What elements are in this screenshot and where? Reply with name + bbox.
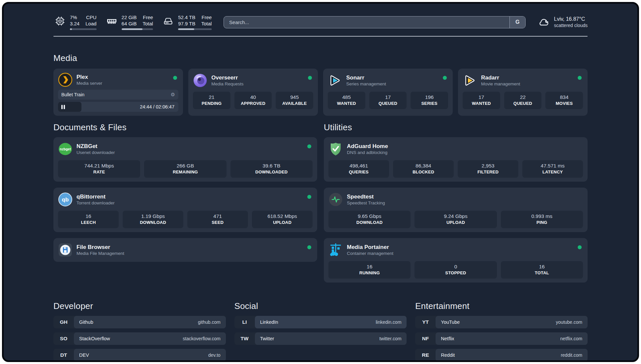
memory-total-value: 64 GiB [122,20,137,27]
stat-wanted: 17 WANTED [463,92,500,109]
memory-icon [105,15,118,28]
link-linkedin[interactable]: LI LinkedIn linkedin.com [234,316,407,328]
links-developer: Developer GH Github github.com SO StackO… [53,301,226,361]
link-url: linkedin.com [376,319,402,325]
link-reddit[interactable]: RE Reddit reddit.com [415,349,588,361]
stat-wanted: 485 WANTED [328,92,365,109]
app-subtitle: Movie management [481,81,520,87]
svg-text:qb: qb [62,197,69,203]
link-github[interactable]: GH Github github.com [53,316,226,328]
weather-widget: Lviv, 16.87°C scattered clouds [537,16,588,28]
now-playing-title: Bullet Train [61,92,171,97]
status-dot [307,195,311,199]
adguard-icon [328,142,343,156]
cpu-label: CPU [85,14,96,20]
app-subtitle: Media Requests [211,81,244,87]
stat-rate: 744.21 Mbps RATE [58,160,140,178]
link-abbr: LI [234,316,255,328]
app-card-overseerr[interactable]: Overseerr Media Requests 21 PENDING 40 A… [188,69,318,116]
app-card-sonarr[interactable]: Sonarr Series management 485 WANTED 17 Q… [323,69,453,116]
session-settings-icon[interactable]: ⚙ [171,92,175,98]
section-title-utilities: Utilities [324,122,588,133]
app-card-portainer[interactable]: Media Portainer Container management 16 … [324,238,588,283]
link-url: twitter.com [379,336,401,341]
stat-download: 1.19 Gbps DOWNLOAD [123,211,183,228]
stat-download: 9.65 Gbps DOWNLOAD [328,211,411,228]
app-card-plex[interactable]: Plex Media server Bullet Train ⚙ 24:44 /… [53,69,183,116]
section-title-entertainment: Entertainment [415,301,588,311]
portainer-icon [328,243,343,257]
stat-total: 16 TOTAL [501,261,583,279]
disk-free-label: Free [201,14,212,20]
app-subtitle: Torrent downloader [76,200,115,206]
link-abbr: DT [53,349,74,361]
link-netflix[interactable]: NF Netflix netflix.com [415,332,588,345]
app-card-radarr[interactable]: Radarr Movie management 17 WANTED 22 QUE… [458,69,588,116]
cpu-load-label: Load [85,20,96,27]
cpu-icon [53,15,67,28]
app-card-adguard[interactable]: AdGuard Home DNS and adblocking 498,461 … [324,137,588,182]
disk-total-label: Total [201,20,212,27]
links-social: Social LI LinkedIn linkedin.com TW Twitt… [234,301,407,345]
stat-approved: 40 APPROVED [234,92,272,109]
search-bar: G [224,16,526,28]
link-url: reddit.com [561,352,582,358]
app-card-nzbget[interactable]: nzbget NZBGet Usenet downloader 744.21 M… [53,137,317,182]
section-title-documents: Documents & Files [53,122,317,133]
link-twitter[interactable]: TW Twitter twitter.com [234,332,407,345]
dashboard-panel: 7% 3.24 CPU Load [2,2,639,362]
link-name: YouTube [441,319,460,325]
filebrowser-icon [58,243,73,257]
app-card-qbittorrent[interactable]: qb qBittorrent Torrent downloader 16 [53,188,317,232]
link-name: Reddit [441,352,455,358]
memory-free-label: Free [142,14,153,20]
status-dot [578,245,582,249]
link-dev[interactable]: DT DEV dev.to [53,349,226,361]
search-input[interactable] [224,16,509,28]
stat-upload: 618.52 Mbps UPLOAD [252,211,313,228]
app-card-filebrowser[interactable]: File Browser Media File Management [53,238,317,262]
link-url: netflix.com [560,336,582,341]
pause-icon[interactable] [61,105,65,109]
stat-filtered: 2,953 FILTERED [458,160,518,178]
radarr-icon [463,73,477,88]
app-name: Overseerr [211,74,244,81]
cpu-progress-bar [70,28,97,30]
nzbget-icon: nzbget [58,142,73,156]
disk-progress-bar [178,28,212,30]
link-youtube[interactable]: YT YouTube youtube.com [415,316,588,328]
status-dot [443,76,447,80]
app-card-speedtest[interactable]: Speedtest Speedtest Tracking 9.65 Gbps D… [324,188,588,232]
app-subtitle: Series management [346,81,386,87]
stat-seed: 471 SEED [187,211,248,228]
disk-icon [162,15,175,28]
stat-stopped: 0 STOPPED [414,261,497,279]
links-entertainment: Entertainment YT YouTube youtube.com NF … [415,301,588,361]
stat-available: 945 AVAILABLE [276,92,313,109]
link-name: DEV [79,352,89,358]
link-name: Github [79,319,93,325]
cpu-widget: 7% 3.24 CPU Load [53,14,97,30]
link-stackoverflow[interactable]: SO StackOverflow stackoverflow.com [53,332,226,345]
app-subtitle: Media server [76,80,102,86]
app-name: Radarr [481,74,520,81]
app-name: Sonarr [346,74,386,81]
memory-free-value: 22 GiB [122,14,137,20]
app-name: qBittorrent [76,193,115,200]
link-name: StackOverflow [79,336,110,341]
app-subtitle: Container management [347,251,393,257]
search-engine-button[interactable]: G [509,16,525,28]
cpu-usage-value: 7% [70,14,79,20]
link-abbr: YT [415,316,436,328]
stat-upload: 9.24 Gbps UPLOAD [414,211,497,228]
speedtest-icon [328,192,343,207]
overseerr-icon [193,73,207,88]
link-name: Twitter [260,336,274,341]
app-name: Media Portainer [347,244,393,251]
memory-progress-bar [122,28,153,30]
playback-progress-bar[interactable]: 24:44 / 02:06:47 [58,102,178,112]
app-subtitle: Speedtest Tracking [347,200,385,206]
top-bar: 7% 3.24 CPU Load [53,14,588,31]
disk-widget: 52.4 TB 97.9 TB Free Total [162,14,212,30]
status-dot [307,245,311,249]
